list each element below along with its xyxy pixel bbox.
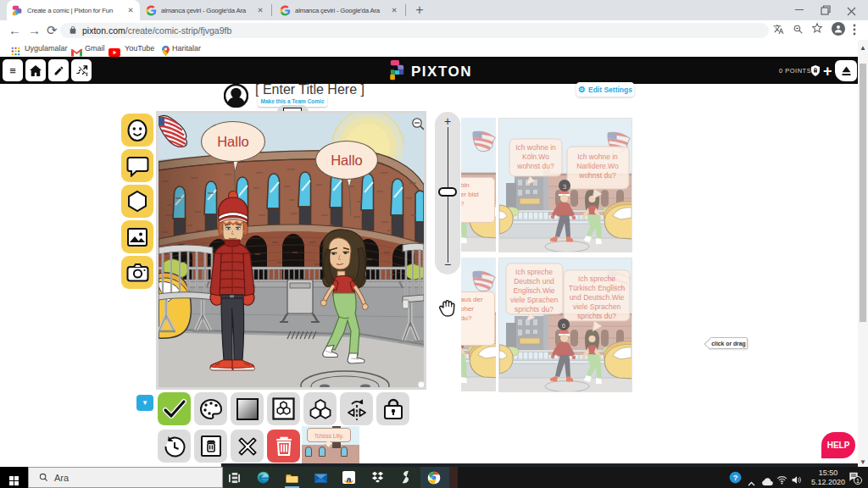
svg-text:Deutsch und: Deutsch und — [514, 277, 554, 286]
svg-text:?: ? — [733, 474, 738, 482]
svg-text:viele Sprachen: viele Sprachen — [510, 296, 559, 304]
svg-text:Ich spreche: Ich spreche — [515, 268, 553, 276]
svg-text:3: 3 — [563, 183, 567, 191]
svg-text:Hallo: Hallo — [217, 134, 249, 149]
svg-text:sprichts du?: sprichts du? — [515, 305, 554, 313]
svg-text:Türkisch Englisch: Türkisch Englisch — [569, 284, 626, 292]
svg-text:Ich wohne in: Ich wohne in — [577, 152, 618, 161]
svg-text:6: 6 — [562, 322, 566, 330]
svg-text:Ich spreche: Ich spreche — [578, 274, 615, 283]
svg-text:und Deutsch.Wie: und Deutsch.Wie — [570, 293, 625, 302]
svg-text:Englisch.Wie: Englisch.Wie — [513, 286, 554, 295]
svg-text:Köln.Wo: Köln.Wo — [522, 152, 549, 161]
svg-text:wohnst du?: wohnst du? — [578, 171, 616, 180]
svg-text:wohnst du?: wohnst du? — [516, 162, 554, 170]
svg-text:Hallo: Hallo — [331, 152, 363, 168]
svg-text:Ich wohne in: Ich wohne in — [515, 143, 556, 152]
svg-text:sprichts du?: sprichts du? — [577, 312, 616, 320]
svg-text:viele Sprachen: viele Sprachen — [573, 302, 621, 311]
svg-text:Narlidere.Wo: Narlidere.Wo — [576, 162, 619, 170]
